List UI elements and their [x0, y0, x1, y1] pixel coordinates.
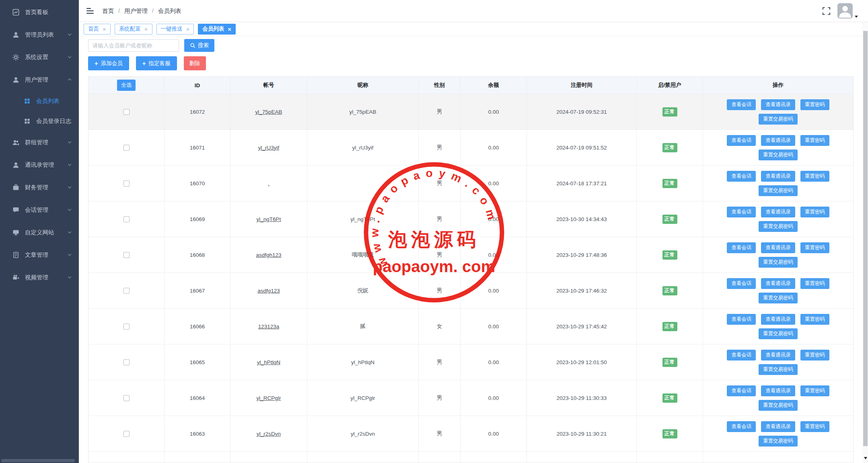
- tab-close-icon[interactable]: ×: [144, 26, 148, 32]
- tab-close-icon[interactable]: ×: [186, 26, 190, 32]
- reset-trade-password-button[interactable]: 重置交易密码: [759, 328, 798, 339]
- tab-会员列表[interactable]: 会员列表×: [198, 24, 236, 35]
- scrollbar-down-arrow-icon[interactable]: [864, 457, 867, 459]
- reset-password-button[interactable]: 重置密码: [800, 242, 829, 253]
- sidebar-item-video-management[interactable]: 视频管理: [0, 266, 79, 289]
- reset-trade-password-button[interactable]: 重置交易密码: [759, 114, 798, 125]
- reset-trade-password-button[interactable]: 重置交易密码: [759, 221, 798, 232]
- view-session-button[interactable]: 查看会话: [727, 350, 756, 361]
- sidebar-horizontal-scrollbar[interactable]: [1, 459, 75, 462]
- row-checkbox[interactable]: [123, 216, 130, 222]
- view-contacts-button[interactable]: 查看通讯录: [761, 350, 795, 361]
- avatar[interactable]: [837, 3, 853, 18]
- view-session-button[interactable]: 查看会话: [727, 385, 756, 396]
- sidebar-item-member-list[interactable]: 会员列表: [0, 91, 79, 111]
- select-all-button[interactable]: 全选: [117, 80, 136, 91]
- view-contacts-button[interactable]: 查看通讯录: [761, 278, 795, 289]
- account-link[interactable]: yl_rU3yif: [258, 145, 280, 151]
- reset-trade-password-button[interactable]: 重置交易密码: [759, 257, 798, 268]
- view-session-button[interactable]: 查看会话: [727, 242, 756, 253]
- reset-password-button[interactable]: 重置密码: [800, 135, 829, 146]
- sidebar-item-contacts-management[interactable]: 通讯录管理: [0, 154, 79, 176]
- account-link[interactable]: yl_ngT6Pt: [257, 216, 281, 222]
- sidebar-item-dashboard[interactable]: 首页看板: [0, 1, 79, 23]
- sidebar-item-group-management[interactable]: 群组管理: [0, 131, 79, 154]
- reset-password-button[interactable]: 重置密码: [800, 350, 829, 361]
- tab-close-icon[interactable]: ×: [228, 26, 231, 32]
- view-session-button[interactable]: 查看会话: [727, 314, 756, 325]
- reset-trade-password-button[interactable]: 重置交易密码: [759, 185, 798, 196]
- tab-一键推送[interactable]: 一键推送×: [156, 24, 194, 35]
- scrollbar-thumb[interactable]: [863, 31, 868, 446]
- sidebar-item-article-management[interactable]: 文章管理: [0, 244, 79, 266]
- delete-button[interactable]: 删除: [184, 56, 206, 70]
- search-button[interactable]: 搜索: [184, 39, 214, 52]
- breadcrumb-user-management[interactable]: 用户管理: [124, 7, 148, 15]
- view-contacts-button[interactable]: 查看通讯录: [761, 135, 795, 146]
- breadcrumb-home[interactable]: 首页: [102, 7, 114, 15]
- reset-trade-password-button[interactable]: 重置交易密码: [759, 400, 798, 411]
- reset-password-button[interactable]: 重置密码: [800, 385, 829, 396]
- account-link[interactable]: yl_RCPglr: [257, 395, 281, 401]
- row-checkbox[interactable]: [123, 252, 130, 258]
- account-link[interactable]: asdfgh123: [256, 252, 281, 258]
- row-checkbox[interactable]: [123, 395, 130, 401]
- row-checkbox[interactable]: [123, 180, 130, 186]
- chevron-down-icon[interactable]: [855, 16, 858, 18]
- search-input[interactable]: [88, 39, 179, 52]
- reset-trade-password-button[interactable]: 重置交易密码: [759, 293, 798, 303]
- add-member-button[interactable]: + 添加会员: [88, 56, 129, 70]
- account-link[interactable]: 123123a: [258, 324, 280, 330]
- account-link[interactable]: asdfg123: [257, 288, 280, 294]
- view-session-button[interactable]: 查看会话: [727, 278, 756, 289]
- view-session-button[interactable]: 查看会话: [727, 171, 756, 182]
- sidebar-item-finance-management[interactable]: 财务管理: [0, 176, 79, 199]
- row-gender-cell: 男: [419, 273, 461, 309]
- sidebar-item-user-management[interactable]: 用户管理: [0, 68, 79, 91]
- status-badge: 正常: [662, 250, 677, 260]
- account-link[interactable]: .: [268, 180, 269, 186]
- chevron-down-icon: [67, 229, 72, 235]
- tab-系统配置[interactable]: 系统配置×: [115, 24, 152, 35]
- view-contacts-button[interactable]: 查看通讯录: [761, 421, 795, 432]
- sidebar-item-member-login-log[interactable]: 会员登录日志: [0, 111, 79, 131]
- sidebar-item-system-settings[interactable]: 系统设置: [0, 46, 79, 68]
- reset-trade-password-button[interactable]: 重置交易密码: [759, 436, 798, 447]
- view-contacts-button[interactable]: 查看通讯录: [761, 314, 795, 325]
- view-session-button[interactable]: 查看会话: [727, 421, 756, 432]
- reset-password-button[interactable]: 重置密码: [800, 314, 829, 325]
- row-checkbox[interactable]: [123, 324, 130, 330]
- tab-首页[interactable]: 首页×: [84, 24, 111, 35]
- reset-password-button[interactable]: 重置密码: [800, 171, 829, 182]
- table-header-5: 注册时间: [527, 77, 637, 94]
- fullscreen-icon[interactable]: [822, 7, 831, 15]
- row-checkbox[interactable]: [123, 431, 130, 437]
- view-contacts-button[interactable]: 查看通讯录: [761, 242, 795, 253]
- assign-service-button[interactable]: + 指定客服: [136, 56, 177, 70]
- tab-close-icon[interactable]: ×: [103, 26, 106, 32]
- account-link[interactable]: yl_hPtlqN: [257, 359, 280, 365]
- view-contacts-button[interactable]: 查看通讯录: [761, 207, 795, 217]
- reset-trade-password-button[interactable]: 重置交易密码: [759, 150, 798, 160]
- sidebar-item-admin-list[interactable]: 管理员列表: [0, 23, 79, 46]
- reset-password-button[interactable]: 重置密码: [800, 278, 829, 289]
- view-session-button[interactable]: 查看会话: [727, 207, 756, 217]
- row-checkbox[interactable]: [123, 109, 130, 115]
- view-session-button[interactable]: 查看会话: [727, 99, 756, 110]
- view-contacts-button[interactable]: 查看通讯录: [761, 171, 795, 182]
- row-checkbox[interactable]: [123, 145, 130, 151]
- row-checkbox[interactable]: [123, 288, 130, 294]
- reset-password-button[interactable]: 重置密码: [800, 421, 829, 432]
- row-checkbox[interactable]: [123, 359, 130, 365]
- account-link[interactable]: yl_75pEAB: [255, 109, 282, 115]
- reset-password-button[interactable]: 重置密码: [800, 207, 829, 217]
- sidebar-item-custom-website[interactable]: 自定义网站: [0, 221, 79, 244]
- view-contacts-button[interactable]: 查看通讯录: [761, 385, 795, 396]
- menu-collapse-icon[interactable]: [86, 8, 94, 14]
- account-link[interactable]: yl_r2sDvn: [257, 431, 281, 437]
- view-contacts-button[interactable]: 查看通讯录: [761, 99, 795, 110]
- reset-trade-password-button[interactable]: 重置交易密码: [759, 364, 798, 375]
- reset-password-button[interactable]: 重置密码: [800, 99, 829, 110]
- sidebar-item-session-management[interactable]: 会话管理: [0, 199, 79, 221]
- view-session-button[interactable]: 查看会话: [727, 135, 756, 146]
